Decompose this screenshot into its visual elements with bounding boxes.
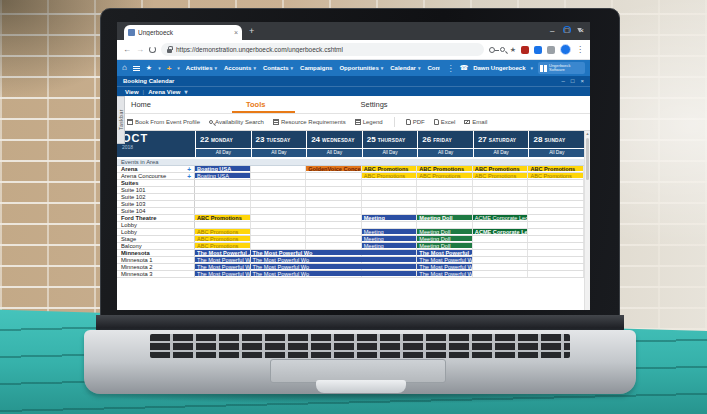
event-bar[interactable]: Meeting Doll <box>417 229 472 234</box>
event-bar[interactable]: ABC Promotions <box>195 215 250 220</box>
panel-close-button[interactable]: × <box>580 78 584 84</box>
day-cell[interactable] <box>473 180 529 186</box>
day-cell[interactable] <box>362 201 418 207</box>
allday-cell[interactable]: All Day <box>195 149 251 157</box>
event-bar[interactable]: The Most Powerful We <box>417 271 472 276</box>
scrollbar-thumb[interactable] <box>586 138 589 180</box>
allday-cell[interactable]: All Day <box>251 149 307 157</box>
day-cell[interactable] <box>362 187 418 193</box>
event-bar[interactable]: ACME Corporate Le... <box>473 229 528 234</box>
day-cell[interactable] <box>417 208 473 214</box>
day-cell[interactable] <box>528 271 584 277</box>
day-cell[interactable] <box>528 201 584 207</box>
day-cell[interactable] <box>251 194 307 200</box>
day-cell[interactable] <box>306 236 362 242</box>
event-bar[interactable]: The Most Powerful We <box>195 271 250 276</box>
day-header[interactable]: 26FRIDAY <box>417 131 473 148</box>
url-field[interactable]: https://demonstration.ungerboeck.com/ung… <box>161 43 484 56</box>
tab-close-icon[interactable]: × <box>234 29 238 36</box>
event-bar[interactable]: The Most Powerful We <box>195 264 250 269</box>
event-bar[interactable]: Meeting Doll <box>417 236 472 241</box>
event-bar[interactable]: The Most Powerful We <box>417 264 472 269</box>
day-cell[interactable] <box>306 243 362 249</box>
home-icon[interactable]: ⌂ <box>122 64 127 72</box>
add-icon[interactable]: + <box>167 64 172 73</box>
day-cell[interactable] <box>306 180 362 186</box>
allday-cell[interactable]: All Day <box>473 149 529 157</box>
day-header[interactable]: 28SUNDAY <box>528 131 584 148</box>
day-cell[interactable] <box>306 194 362 200</box>
day-cell[interactable] <box>195 187 251 193</box>
day-cell[interactable] <box>251 222 307 228</box>
panel-minimize-button[interactable]: – <box>562 78 565 84</box>
day-cell[interactable] <box>473 187 529 193</box>
search-icon[interactable] <box>500 47 505 52</box>
day-cell[interactable] <box>417 201 473 207</box>
day-cell[interactable] <box>195 180 251 186</box>
day-cell[interactable] <box>473 194 529 200</box>
pin-icon[interactable] <box>577 28 582 33</box>
day-header[interactable]: 23TUESDAY <box>251 131 307 148</box>
favorites-star-icon[interactable]: ★ <box>146 64 152 72</box>
extension-icon[interactable] <box>521 46 529 54</box>
back-icon[interactable]: ← <box>123 45 131 54</box>
day-cell[interactable] <box>251 187 307 193</box>
day-cell[interactable] <box>195 194 251 200</box>
day-cell[interactable] <box>306 215 362 221</box>
nav-item-contracts[interactable]: Contracts <box>427 65 440 71</box>
event-bar[interactable]: The Most Powerful Wo <box>251 271 417 276</box>
day-cell[interactable] <box>306 173 362 179</box>
day-cell[interactable] <box>251 215 307 221</box>
day-cell[interactable] <box>251 180 307 186</box>
day-header[interactable]: 27SATURDAY <box>473 131 529 148</box>
day-cell[interactable] <box>251 236 307 242</box>
event-bar[interactable]: ABC Promotions <box>528 166 583 171</box>
event-bar[interactable]: Meeting <box>362 215 417 220</box>
toolbar-button-legend[interactable]: Legend <box>355 119 383 125</box>
event-bar[interactable]: Meeting <box>362 229 417 234</box>
day-cell[interactable] <box>473 243 529 249</box>
tab-tools[interactable]: Tools <box>246 96 265 113</box>
day-header[interactable]: 24WEDNESDAY <box>306 131 362 148</box>
event-bar[interactable]: ABC Promotions <box>195 236 250 241</box>
allday-cell[interactable]: All Day <box>417 149 473 157</box>
scroll-up-icon[interactable]: ▲ <box>585 131 590 137</box>
day-cell[interactable] <box>251 243 307 249</box>
browser-tab[interactable]: Ungerboeck × <box>124 25 242 40</box>
nav-item-campaigns[interactable]: Campaigns <box>300 65 332 71</box>
taskbar-side-tab[interactable]: Taskbar <box>117 96 125 144</box>
user-menu[interactable]: Dawn Ungerboeck <box>473 65 525 71</box>
event-bar[interactable]: Meeting <box>362 243 417 248</box>
day-cell[interactable] <box>528 257 584 263</box>
day-cell[interactable] <box>473 222 529 228</box>
nav-item-opportunities[interactable]: Opportunities▾ <box>339 65 383 71</box>
event-bar[interactable]: The Most Powerful Wo <box>251 264 417 269</box>
day-cell[interactable] <box>528 208 584 214</box>
event-bar[interactable]: Meeting Doll <box>417 215 472 220</box>
refresh-icon[interactable] <box>149 46 156 53</box>
allday-cell[interactable]: All Day <box>362 149 418 157</box>
day-cell[interactable] <box>195 201 251 207</box>
avatar[interactable] <box>560 44 571 55</box>
menu-view[interactable]: View <box>125 89 139 95</box>
event-bar[interactable]: ABC Promotions <box>417 173 472 178</box>
day-cell[interactable] <box>473 257 529 263</box>
event-bar[interactable]: ABC Promotions <box>362 166 417 171</box>
event-bar[interactable]: ABC Promotions <box>473 166 528 171</box>
event-bar[interactable]: ABC Promotions <box>528 173 583 178</box>
day-header[interactable]: 22MONDAY <box>195 131 251 148</box>
day-cell[interactable] <box>251 166 307 172</box>
nav-item-activities[interactable]: Activities▾ <box>186 65 217 71</box>
day-cell[interactable] <box>417 222 473 228</box>
vertical-scrollbar[interactable]: ▲ <box>584 131 590 310</box>
event-bar[interactable]: ABC Promotions <box>195 229 250 234</box>
extension-icon[interactable] <box>534 46 542 54</box>
nav-item-accounts[interactable]: Accounts▾ <box>224 65 256 71</box>
day-cell[interactable] <box>528 222 584 228</box>
day-cell[interactable] <box>528 187 584 193</box>
key-icon[interactable] <box>489 47 495 53</box>
refresh-view-icon[interactable] <box>563 26 571 34</box>
day-cell[interactable] <box>306 187 362 193</box>
toolbar-button-email[interactable]: Email <box>464 119 487 125</box>
nav-item-contacts[interactable]: Contacts▾ <box>263 65 293 71</box>
